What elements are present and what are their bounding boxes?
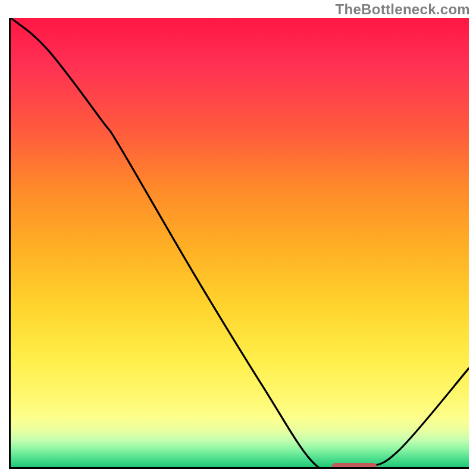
watermark-text: TheBottleneck.com: [336, 1, 470, 18]
optimal-marker: [331, 463, 377, 469]
chart-canvas: TheBottleneck.com: [0, 0, 476, 476]
curve-path: [11, 18, 469, 469]
plot-area: [9, 18, 469, 469]
curve-svg: [11, 18, 469, 467]
